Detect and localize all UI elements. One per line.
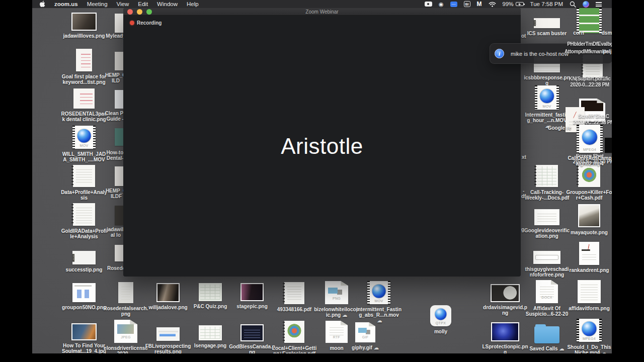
desktop-icon[interactable]: Googlevideoverification.png bbox=[524, 209, 570, 239]
partial-file-label[interactable]: ot bbox=[521, 33, 526, 39]
file-label[interactable]: Rosedentalsearch.png bbox=[103, 306, 149, 317]
desktop-icon[interactable]: groupon50NO.png bbox=[61, 283, 107, 310]
desktop-icon[interactable]: affidavitform.png bbox=[566, 280, 612, 311]
file-label[interactable]: jadawillloves.png bbox=[63, 33, 105, 39]
file-label[interactable]: FBLiveprospecting results.png bbox=[145, 343, 191, 353]
desktop-icon[interactable]: QTPXmolly bbox=[418, 305, 464, 334]
file-label[interactable]: How To Find Your Soulmat...19_4.jpg bbox=[61, 343, 107, 353]
gmail-app-icon[interactable]: M bbox=[477, 1, 482, 8]
desktop-icon[interactable]: FBLiveprospecting results.png bbox=[145, 327, 191, 353]
desktop-icon[interactable]: DOCXAffidavit Of Suspicio...6-22-20 bbox=[524, 280, 570, 317]
record-dot-icon[interactable]: ◉ bbox=[439, 2, 444, 7]
file-label[interactable]: mayaquote.png bbox=[571, 230, 608, 235]
file-label[interactable]: moon bbox=[330, 345, 343, 351]
file-label[interactable]: thisguygiveschadinfoforfree.png bbox=[524, 266, 570, 278]
partial-file-label[interactable]: corh bbox=[573, 30, 584, 36]
file-label[interactable]: molly bbox=[434, 329, 447, 334]
menu-edit[interactable]: Edit bbox=[138, 1, 148, 7]
desktop[interactable]: Zoom Webinar Recording Aristotle i mike … bbox=[32, 8, 612, 353]
file-label[interactable]: rankandrent.png bbox=[570, 267, 609, 273]
file-label[interactable]: CallOnlyAdsCampaign02.mp4 bbox=[567, 155, 612, 166]
partial-file-label[interactable]: g bbox=[521, 227, 524, 232]
apple-menu-icon[interactable] bbox=[39, 1, 45, 8]
file-label[interactable]: 493348166.pdf bbox=[277, 307, 311, 312]
partial-file-label[interactable]: How-to- Dental-I bbox=[106, 150, 125, 161]
desktop-icon[interactable]: Local+Client+Getting+Explosion.pdf bbox=[271, 321, 317, 353]
file-label[interactable]: affidavitform.png bbox=[569, 306, 610, 311]
menu-help[interactable]: Help bbox=[187, 1, 199, 7]
messages-app-icon[interactable]: ··· bbox=[450, 2, 457, 7]
desktop-icon[interactable]: Saved Calls☁ bbox=[524, 324, 570, 351]
notification-center-icon[interactable] bbox=[596, 2, 602, 7]
file-label[interactable]: Saved Calls☁ bbox=[529, 346, 564, 351]
partial-file-label[interactable]: xt bbox=[522, 154, 526, 160]
menu-view[interactable]: View bbox=[117, 1, 129, 7]
file-label[interactable]: drdavisimagevid.png bbox=[482, 305, 528, 316]
menu-zoomus[interactable]: zoom.us bbox=[54, 1, 78, 7]
file-label[interactable]: LSprotectionpic.png bbox=[482, 344, 528, 353]
desktop-icon[interactable]: willjadalove.png bbox=[145, 283, 191, 310]
partial-file-label[interactable]: KN(Supidrt.pdf1fic bbox=[569, 76, 611, 81]
menu-window[interactable]: Window bbox=[157, 1, 178, 7]
partial-file-label[interactable]: AttompdMfkmanlits bbox=[565, 49, 609, 54]
bi-app-icon[interactable]: BI bbox=[464, 1, 470, 7]
desktop-icon[interactable]: MOVintermittent_Fasting_abs_R...n.mov☁ bbox=[356, 281, 402, 323]
fullscreen-button[interactable] bbox=[146, 9, 152, 15]
file-label[interactable]: bizelonwhiteilocopic.png☁ bbox=[313, 307, 360, 318]
file-label[interactable]: stagepic.png bbox=[236, 304, 268, 309]
desktop-icon[interactable]: lsengage.png bbox=[187, 325, 233, 348]
file-label[interactable]: Data+Profile+Analysis bbox=[61, 190, 107, 201]
menu-meeting[interactable]: Meeting bbox=[87, 1, 108, 7]
desktop-icon[interactable]: PNGbizelonwhiteilocopic.png☁ bbox=[313, 281, 360, 318]
desktop-icon[interactable]: P&C Quiz.png bbox=[187, 283, 233, 309]
file-label[interactable]: icsbbbresponse.png bbox=[524, 75, 570, 86]
desktop-icon[interactable]: rankandrent.png bbox=[566, 242, 612, 273]
file-label[interactable]: groupon50NO.png bbox=[62, 305, 106, 310]
desktop-icon[interactable]: drdavisimagevid.png bbox=[482, 284, 528, 316]
desktop-icon[interactable]: mayaquote.png bbox=[566, 204, 612, 235]
file-label[interactable]: elonsdriverlicense 2020☁ bbox=[103, 345, 149, 353]
desktop-icon[interactable]: How To Find Your Soulmat...19_4.jpg bbox=[61, 323, 107, 353]
desktop-icon[interactable]: Groupon+Killer+For+Cash.pdf bbox=[566, 165, 612, 201]
window-titlebar[interactable]: Zoom Webinar bbox=[123, 8, 521, 16]
wifi-icon[interactable] bbox=[489, 2, 496, 7]
file-label[interactable]: GodBlessCanada.png bbox=[229, 344, 275, 353]
file-label[interactable]: Call-Tracking-Weekly-...Docs.pdf bbox=[524, 190, 570, 201]
file-label[interactable]: giphy.gif☁ bbox=[352, 345, 379, 350]
minimize-button[interactable] bbox=[137, 9, 142, 15]
siri-icon[interactable] bbox=[583, 1, 589, 8]
desktop-icon[interactable]: stagepic.png bbox=[229, 283, 275, 309]
screen-record-icon[interactable] bbox=[425, 2, 432, 7]
file-label[interactable]: ICS scam buster bbox=[527, 31, 567, 36]
file-label[interactable]: intermittent_Fasting_abs_R...n.mov☁ bbox=[356, 307, 402, 323]
spotlight-icon[interactable] bbox=[570, 1, 576, 8]
menu-clock[interactable]: Tue 7:58 PM bbox=[530, 1, 563, 7]
desktop-icon[interactable] bbox=[566, 8, 612, 33]
partial-file-label[interactable]: jadawill al lo bbox=[107, 227, 125, 238]
file-label[interactable]: successtip.png bbox=[66, 267, 103, 273]
file-label[interactable]: Goal first place for keyword...tist.png bbox=[61, 74, 107, 85]
partial-file-label[interactable]: Myleady bbox=[106, 33, 125, 39]
desktop-icon[interactable]: MPEG4CallOnlyAdsCampaign02.mp4 bbox=[567, 125, 612, 166]
desktop-icon[interactable]: GodBlessCanada.png bbox=[229, 324, 275, 353]
desktop-icon[interactable]: ICS scam buster bbox=[524, 18, 570, 36]
partial-file-label[interactable]: - df bbox=[521, 188, 526, 199]
file-label[interactable]: lsengage.png bbox=[194, 343, 226, 348]
partial-file-label[interactable]: Rosede bbox=[107, 265, 125, 271]
close-button[interactable] bbox=[127, 9, 133, 15]
desktop-icon[interactable]: thisguygiveschadinfoforfree.png bbox=[524, 251, 570, 278]
battery-indicator[interactable]: 99% bbox=[503, 1, 524, 7]
partial-file-label[interactable]: Screen Sho.C bbox=[578, 114, 609, 119]
file-label[interactable]: willjadalove.png bbox=[148, 305, 187, 310]
file-label[interactable]: Affidavit Of Suspicio...6-22-20 bbox=[524, 306, 570, 317]
file-label[interactable]: Googlevideoverification.png bbox=[524, 228, 570, 239]
file-label[interactable]: P&C Quiz.png bbox=[194, 304, 227, 309]
file-label[interactable]: GoldIRAData+Profile+Analysis bbox=[61, 228, 107, 239]
partial-file-label[interactable]: PHblderTmDfEvalbg bbox=[567, 41, 612, 47]
file-label[interactable]: Groupon+Killer+For+Cash.pdf bbox=[566, 190, 612, 201]
desktop-icon[interactable]: JPEGelonsdriverlicense 2020☁ bbox=[103, 320, 149, 353]
partial-file-label[interactable]: dsm bbox=[602, 30, 612, 36]
desktop-icon[interactable]: Call-Tracking-Weekly-...Docs.pdf bbox=[524, 165, 570, 201]
desktop-icon[interactable]: GIFgiphy.gif☁ bbox=[342, 322, 388, 350]
file-label[interactable]: Local+Client+Getting+Explosion.pdf bbox=[271, 345, 317, 353]
